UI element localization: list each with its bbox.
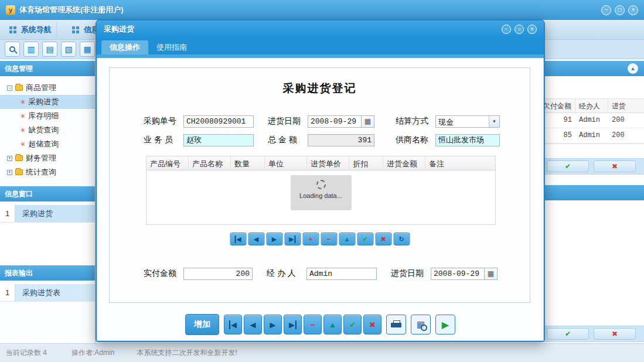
nav-cancel-button[interactable]: ✖ (363, 315, 381, 334)
tree-node-goods-management[interactable]: - 商品管理 (0, 81, 95, 95)
purchase-date-field: 进货日期 ▦ (268, 115, 374, 128)
nav-cancel-button[interactable]: ✖ (375, 233, 391, 245)
bottom-navigator: ◀ ◀ ▶ ▶ − ▲ ✔ ✖ (224, 315, 381, 334)
print-button[interactable] (386, 315, 406, 334)
collapse-button[interactable]: ▲ (628, 63, 638, 74)
nav-edit-button[interactable]: ▲ (339, 233, 355, 245)
columns-icon: ▥ (27, 45, 35, 54)
panel-header-report-output[interactable]: 报表输出 (0, 265, 95, 281)
table-row[interactable]: 91 Admin 200 (539, 113, 644, 128)
operator-input[interactable] (306, 268, 377, 280)
minimize-button[interactable]: − (601, 5, 611, 15)
nav-refresh-button[interactable]: ↻ (393, 233, 410, 245)
sidebar: 信息管理 - 商品管理 ✳ 采购进货 ✳ 库存明细 ✳ 缺货查询 (0, 61, 96, 343)
salesman-input[interactable] (183, 134, 254, 146)
nav-first-button[interactable]: ◀ (230, 233, 246, 245)
column-header: 产品编号 (146, 156, 189, 170)
column-header: 进货单价 (307, 156, 349, 170)
supplier-label: 供商名称 (396, 135, 432, 145)
cancel-button[interactable]: ✖ (594, 160, 636, 172)
nav-last-button[interactable]: ▶ (284, 233, 301, 245)
dialog-restore-button[interactable]: ○ (514, 25, 524, 34)
order-no-label: 采购单号 (144, 116, 180, 127)
info-window-item[interactable]: 1 采购进货 (0, 205, 95, 223)
run-button[interactable]: ▶ (435, 315, 455, 334)
post-button[interactable]: ✔ (547, 328, 589, 340)
tab-system-navigation[interactable]: 系统导航 (5, 22, 57, 38)
prior-icon: ◀ (250, 320, 256, 329)
grid-preview-button[interactable]: ▦ (411, 315, 431, 334)
nav-delete-button[interactable]: − (304, 315, 322, 334)
add-button[interactable]: 增加 (185, 314, 219, 335)
supplier-input[interactable] (435, 134, 500, 146)
purchase-date-input[interactable] (308, 115, 362, 128)
calendar-icon[interactable]: ▦ (362, 115, 374, 128)
tree-node-purchase-inbound[interactable]: ✳ 采购进货 (0, 95, 95, 109)
grid-header-row: 产品编号 产品名称 数量 单位 进货单价 折扣 进货金额 备注 (146, 156, 495, 170)
nav-next-button[interactable]: ▶ (266, 233, 282, 245)
nav-edit-button[interactable]: ▲ (323, 315, 342, 334)
categories-icon: ▧ (64, 45, 72, 54)
total-field: 总 金 额 (268, 134, 374, 146)
tree-node-stock-detail[interactable]: ✳ 库存明细 (0, 109, 95, 123)
grid-body: Loading data... (146, 170, 495, 225)
tab-user-guide[interactable]: 使用指南 (148, 40, 195, 54)
table-row[interactable]: 85 Admin 200 (539, 128, 644, 144)
cancel-button[interactable]: ✖ (594, 328, 636, 340)
first-icon: ◀ (229, 320, 237, 329)
calendar-icon[interactable]: ▦ (485, 268, 498, 280)
dialog-titlebar: 采购进货 − ○ × (97, 21, 544, 38)
nav-delete-button[interactable]: − (321, 233, 337, 245)
nav-last-button[interactable]: ▶ (284, 315, 302, 334)
post-icon: ✔ (362, 235, 367, 243)
status-bar: 当前记录数 4 操作者:Admin 本系统支持二次开发和全新开发! (0, 343, 644, 362)
nav-insert-button[interactable]: + (302, 233, 319, 245)
search-button[interactable] (5, 42, 20, 57)
paid-label: 实付金额 (144, 268, 180, 279)
nav-prior-button[interactable]: ◀ (244, 315, 262, 334)
purchase-date2-input[interactable] (431, 268, 485, 280)
columns-button[interactable]: ▥ (23, 42, 39, 57)
close-button[interactable]: × (628, 5, 638, 15)
record-count: 当前记录数 4 (6, 348, 47, 358)
nav-prior-button[interactable]: ◀ (248, 233, 264, 245)
tab-info-operations[interactable]: 信息操作 (101, 40, 148, 54)
collapse-toggle-icon[interactable]: - (7, 86, 12, 91)
edit-icon: ▲ (329, 320, 336, 329)
tree-node-finance-management[interactable]: + 财务管理 (0, 151, 95, 165)
nav-post-button[interactable]: ✔ (343, 315, 362, 334)
nav-post-button[interactable]: ✔ (357, 233, 373, 245)
categories-button[interactable]: ▧ (61, 42, 76, 57)
paid-input[interactable] (183, 268, 253, 280)
post-button[interactable]: ✔ (547, 160, 589, 172)
settlement-select[interactable]: 现金 ▼ (435, 115, 500, 128)
grid-view-button[interactable]: ▦ (80, 42, 95, 57)
column-header: 备注 (425, 156, 495, 170)
purchase-date2-field: 进货日期 ▦ (391, 267, 498, 280)
expand-toggle-icon[interactable]: + (7, 156, 12, 161)
expand-toggle-icon[interactable]: + (7, 170, 12, 175)
operator-field: 经 办 人 (267, 267, 377, 280)
salesman-field: 业 务 员 (144, 134, 254, 146)
tree-node-statistics-query[interactable]: + 统计查询 (0, 165, 95, 179)
tree-node-overstock-query[interactable]: ✳ 超储查询 (0, 137, 95, 151)
supplier-field: 供商名称 (396, 134, 500, 146)
check-icon: ✔ (565, 162, 571, 170)
report-item[interactable]: 1 采购进货表 (0, 284, 95, 302)
nav-next-button[interactable]: ▶ (264, 315, 282, 334)
prior-icon: ◀ (254, 235, 258, 243)
dialog-minimize-button[interactable]: − (502, 25, 511, 34)
document-button[interactable]: ▤ (42, 42, 57, 57)
detail-grid: 产品编号 产品名称 数量 单位 进货单价 折扣 进货金额 备注 Loading … (146, 156, 496, 225)
table-header-row: 欠付金额 经办人 进货 (539, 99, 644, 113)
panel-header-info-window[interactable]: 信息窗口 (0, 186, 95, 202)
printer-icon (391, 320, 401, 329)
dialog-close-button[interactable]: × (527, 25, 537, 34)
nav-first-button[interactable]: ◀ (224, 315, 242, 334)
column-header: 经办人 (575, 99, 608, 112)
maximize-button[interactable]: □ (615, 5, 625, 15)
panel-header-info-management[interactable]: 信息管理 (0, 61, 95, 76)
order-no-input[interactable] (183, 115, 254, 128)
tree-node-shortage-query[interactable]: ✳ 缺货查询 (0, 123, 95, 137)
first-icon: ◀ (234, 235, 241, 243)
